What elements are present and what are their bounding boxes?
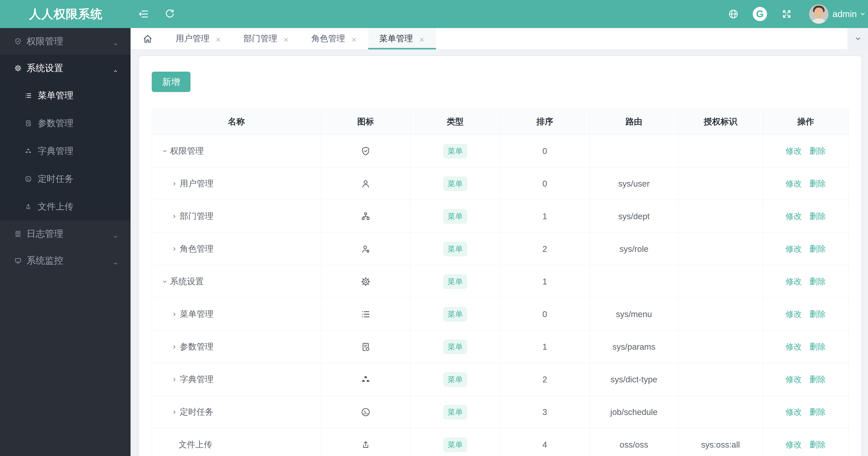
content-card: 新增 名称图标类型排序路由授权标识操作 权限管理 菜单 0 修改删除 用户管理 …: [139, 56, 861, 456]
globe-icon[interactable]: [728, 8, 739, 20]
modify-link[interactable]: 修改: [786, 342, 802, 351]
tab-close-icon[interactable]: [215, 35, 222, 42]
role-icon: [360, 244, 371, 254]
modify-link[interactable]: 修改: [786, 146, 802, 156]
sort-value: 0: [500, 298, 590, 331]
sidebar-toggle-icon[interactable]: [138, 8, 149, 20]
sidebar-item-日志管理[interactable]: 日志管理: [0, 221, 130, 247]
tab-close-icon[interactable]: [418, 35, 425, 42]
avatar[interactable]: [809, 4, 829, 24]
gitee-icon[interactable]: G: [753, 7, 767, 21]
tab-close-icon[interactable]: [283, 35, 289, 42]
menu-table: 名称图标类型排序路由授权标识操作 权限管理 菜单 0 修改删除 用户管理 菜单 …: [152, 108, 848, 456]
sidebar-item-label: 菜单管理: [38, 90, 73, 101]
menu-name: 部门管理: [180, 210, 213, 222]
menu-name: 菜单管理: [180, 308, 213, 320]
tab-部门管理[interactable]: 部门管理: [232, 28, 300, 49]
tab-菜单管理[interactable]: 菜单管理: [368, 28, 436, 49]
tab-home[interactable]: [130, 28, 165, 49]
sort-value: 0: [500, 135, 590, 167]
route-value: sys/dept: [590, 200, 678, 233]
col-header: 操作: [763, 109, 848, 135]
type-badge: 菜单: [443, 242, 467, 256]
add-button[interactable]: 新增: [152, 72, 190, 92]
sidebar-item-定时任务[interactable]: 定时任务: [0, 165, 130, 193]
route-value: sys/dict-type: [590, 363, 678, 396]
chevron-up-icon: [113, 66, 118, 71]
modify-link[interactable]: 修改: [786, 277, 802, 286]
delete-link[interactable]: 删除: [810, 375, 826, 384]
sidebar-item-label: 文件上传: [38, 201, 73, 213]
expand-right-icon[interactable]: [171, 181, 178, 187]
modify-link[interactable]: 修改: [786, 407, 802, 417]
tab-用户管理[interactable]: 用户管理: [165, 28, 232, 49]
refresh-icon[interactable]: [164, 8, 176, 20]
modify-link[interactable]: 修改: [786, 375, 802, 384]
table-row: 部门管理 菜单 1 sys/dept 修改删除: [152, 200, 848, 233]
delete-link[interactable]: 删除: [810, 244, 826, 253]
sidebar-item-系统监控[interactable]: 系统监控: [0, 247, 130, 274]
sidebar-item-文件上传[interactable]: 文件上传: [0, 193, 130, 221]
sidebar-item-菜单管理[interactable]: 菜单管理: [0, 82, 130, 109]
col-header: 类型: [410, 109, 500, 135]
expand-down-icon[interactable]: [161, 278, 168, 285]
monitor-icon: [14, 257, 22, 265]
expand-right-icon[interactable]: [171, 311, 178, 318]
tab-close-icon[interactable]: [351, 35, 357, 42]
delete-link[interactable]: 删除: [810, 179, 826, 188]
header: 人人权限系统 G admin: [0, 0, 868, 28]
sidebar-item-label: 权限管理: [27, 35, 63, 48]
sidebar-item-label: 定时任务: [38, 173, 73, 185]
menu-name: 参数管理: [180, 341, 213, 353]
sidebar-menu: 权限管理 系统设置 菜单管理 参数管理 字典管理 定时任务 文件上传 日志管理 …: [0, 28, 130, 274]
docshield-icon: [25, 120, 32, 127]
list-icon: [360, 309, 371, 320]
sidebar-item-参数管理[interactable]: 参数管理: [0, 109, 130, 137]
delete-link[interactable]: 删除: [810, 440, 826, 449]
route-value: sys/menu: [590, 298, 678, 331]
delete-link[interactable]: 删除: [810, 310, 826, 319]
modify-link[interactable]: 修改: [786, 211, 802, 221]
content: 新增 名称图标类型排序路由授权标识操作 权限管理 菜单 0 修改删除 用户管理 …: [130, 50, 868, 456]
expand-right-icon[interactable]: [171, 213, 178, 220]
delete-link[interactable]: 删除: [810, 211, 826, 221]
tab-角色管理[interactable]: 角色管理: [300, 28, 368, 49]
shield-icon: [14, 37, 22, 45]
sidebar-item-label: 日志管理: [27, 228, 63, 240]
col-header: 授权标识: [678, 109, 763, 135]
col-header: 图标: [321, 109, 410, 135]
menu-name: 权限管理: [170, 145, 204, 157]
perm-value: [678, 135, 763, 167]
delete-link[interactable]: 删除: [810, 277, 826, 286]
modify-link[interactable]: 修改: [786, 179, 802, 188]
perm-value: [678, 331, 763, 363]
modify-link[interactable]: 修改: [786, 244, 802, 253]
delete-link[interactable]: 删除: [810, 407, 826, 417]
expand-right-icon[interactable]: [171, 344, 178, 350]
table-row: 定时任务 菜单 3 job/schedule 修改删除: [152, 396, 848, 428]
username[interactable]: admin: [833, 9, 857, 19]
expand-right-icon[interactable]: [171, 376, 178, 383]
expand-down-icon[interactable]: [161, 148, 168, 155]
perm-value: [678, 396, 763, 428]
sidebar-item-系统设置[interactable]: 系统设置: [0, 55, 130, 82]
table-header-row: 名称图标类型排序路由授权标识操作: [152, 109, 848, 135]
sort-value: 2: [500, 233, 590, 265]
expand-right-icon[interactable]: [171, 246, 178, 252]
delete-link[interactable]: 删除: [810, 146, 826, 156]
perm-value: [678, 167, 763, 200]
user-icon: [360, 178, 371, 189]
sidebar-item-权限管理[interactable]: 权限管理: [0, 28, 130, 55]
delete-link[interactable]: 删除: [810, 342, 826, 351]
tab-dropdown-button[interactable]: [847, 28, 868, 49]
expand-right-icon[interactable]: [171, 409, 178, 416]
fullscreen-icon[interactable]: [781, 8, 792, 20]
modify-link[interactable]: 修改: [786, 440, 802, 449]
modify-link[interactable]: 修改: [786, 310, 802, 319]
sidebar-item-字典管理[interactable]: 字典管理: [0, 137, 130, 165]
upload-icon: [25, 203, 32, 210]
chevron-down-icon: [113, 231, 118, 237]
sidebar: 权限管理 系统设置 菜单管理 参数管理 字典管理 定时任务 文件上传 日志管理 …: [0, 28, 130, 456]
user-chevron-down-icon[interactable]: [859, 10, 866, 18]
perm-value: [678, 200, 763, 233]
